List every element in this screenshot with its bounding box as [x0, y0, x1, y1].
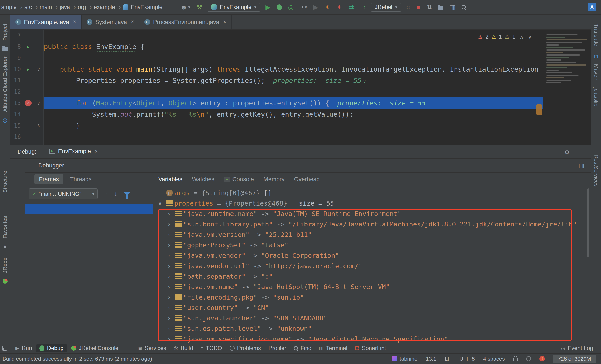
filter-frames-icon[interactable] — [124, 192, 130, 196]
variable-properties-row[interactable]: ∨ properties = {Properties@468} size = 5… — [153, 198, 591, 209]
stripe-jrebel[interactable]: JRebel — [2, 256, 8, 273]
run-line-icon[interactable]: ▶ — [23, 41, 33, 52]
breadcrumb-java[interactable]: java › — [60, 4, 77, 10]
user-menu-icon[interactable]: ☻ ▾ — [180, 4, 190, 10]
tool-run[interactable]: ▶ Run — [12, 344, 35, 352]
next-frame-icon[interactable]: ↓ — [114, 190, 117, 197]
tool-build[interactable]: ⚒ Build — [170, 344, 197, 352]
breadcrumb-example-pkg[interactable]: example › — [94, 4, 122, 10]
async-profiler-icon[interactable]: ☀ — [324, 4, 330, 10]
tool-jrebel-console[interactable]: JRebel Console — [68, 344, 122, 352]
xrebel-icon[interactable]: ⇄ — [349, 4, 354, 10]
tab-watches[interactable]: Watches — [192, 176, 215, 183]
code-line[interactable]: 10▶∨ public static void main(String[] ar… — [10, 64, 542, 75]
flame-graph-icon[interactable]: ☀ — [336, 4, 342, 10]
property-entry-row[interactable]: › "java.vm.specification.name" -> "Java … — [153, 334, 591, 343]
stripe-alibaba-cloud-explorer[interactable]: Alibaba Cloud Explorer — [2, 56, 8, 112]
jrebel-select[interactable]: JRebel ▾ — [371, 2, 401, 12]
tab-threads[interactable]: Threads — [66, 174, 96, 184]
tool-problems[interactable]: ! Problems — [226, 344, 264, 352]
minimap[interactable] — [543, 32, 591, 145]
search-icon[interactable] — [461, 5, 466, 9]
layout-windows-icon[interactable]: ▥ — [449, 4, 455, 10]
breadcrumb-example[interactable]: ample › — [1, 4, 24, 10]
next-issue-icon[interactable]: ∨ — [528, 34, 532, 40]
profiler-icon[interactable]: ◔ ▾ — [300, 4, 307, 10]
expand-icon[interactable]: › — [164, 294, 174, 301]
code-line[interactable]: 13✓∨ for (Map.Entry<Object, Object> entr… — [10, 98, 542, 109]
tool-terminal[interactable]: ▥ Terminal — [316, 344, 351, 352]
tab-frames[interactable]: Frames — [34, 174, 63, 184]
property-entry-row[interactable]: › "path.separator" -> ":" — [153, 271, 591, 282]
breakpoint-icon[interactable]: ✓ — [23, 98, 33, 109]
stripe-structure[interactable]: Structure — [2, 171, 8, 193]
expand-icon[interactable]: › — [164, 221, 174, 227]
stop-icon[interactable]: ■ — [417, 4, 421, 10]
code-line[interactable]: 11 Properties properties = System.getPro… — [10, 75, 542, 86]
unlock-icon[interactable] — [513, 358, 518, 361]
status-message[interactable]: Build completed successfully in 2 sec, 6… — [2, 356, 152, 362]
fatal-error-icon[interactable]: ! — [540, 356, 545, 362]
stripe-maven[interactable]: Maven — [593, 64, 599, 80]
settings-gear-icon[interactable]: ⚙ — [564, 148, 570, 155]
property-entry-row[interactable]: › "file.encoding.pkg" -> "sun.io" — [153, 292, 591, 303]
attach-icon[interactable]: ◌ — [407, 4, 410, 10]
stripe-favorites[interactable]: Favorites — [2, 216, 8, 238]
expand-icon[interactable]: › — [164, 263, 174, 269]
property-entry-row[interactable]: › "java.vm.name" -> "Java HotSpot(TM) 64… — [153, 282, 591, 292]
tool-sonarlint[interactable]: SonarLint — [351, 344, 389, 352]
maven-icon[interactable]: m — [594, 53, 598, 59]
stripe-restservices[interactable]: RestServices — [593, 155, 599, 187]
property-entry-row[interactable]: › "java.vm.version" -> "25.221-b11" — [153, 229, 591, 240]
code-line[interactable]: 7 — [10, 30, 542, 41]
code-line[interactable]: 14 System.out.printf("%s = %s\n", entry.… — [10, 109, 542, 120]
structure-icon[interactable]: ≡ — [3, 198, 7, 203]
run-disabled-icon[interactable]: ▶ — [313, 4, 318, 10]
tab-memory[interactable]: Memory — [263, 176, 284, 183]
expand-icon[interactable]: › — [164, 232, 174, 238]
breadcrumb-src[interactable]: src › — [24, 4, 39, 10]
expand-icon[interactable]: › — [164, 273, 174, 280]
tab-console[interactable]: ▸ Console — [224, 176, 254, 183]
code-line[interactable]: 15∧ } — [10, 120, 542, 131]
tool-window-switcher-icon[interactable] — [2, 346, 7, 351]
collapse-icon[interactable]: ∨ — [155, 200, 165, 207]
code-line[interactable]: 8▶public class EnvExample { — [10, 41, 542, 52]
breadcrumb-org[interactable]: org › — [78, 4, 93, 10]
prev-frame-icon[interactable]: ↑ — [104, 190, 108, 197]
tab-overhead[interactable]: Overhead — [294, 176, 320, 183]
close-icon[interactable]: × — [73, 19, 76, 25]
stripe-jclasslib[interactable]: jclasslib — [593, 87, 599, 106]
caret-position[interactable]: 13:1 — [426, 356, 436, 362]
stack-frame-row[interactable]: main:13, EnvExample (org.exam — [25, 204, 152, 214]
breadcrumb-main[interactable]: main › — [40, 4, 59, 10]
property-entry-row[interactable]: › "gopherProxySet" -> "false" — [153, 240, 591, 250]
expand-icon[interactable]: › — [164, 252, 174, 259]
tool-event-log[interactable]: ◷ Event Log — [558, 344, 596, 352]
expand-icon[interactable]: › — [164, 242, 174, 248]
build-hammer-icon[interactable]: ⚒ — [196, 4, 202, 10]
tool-find[interactable]: Find — [290, 344, 315, 352]
property-entry-row[interactable]: › "sun.boot.library.path" -> "/Library/J… — [153, 219, 591, 229]
tab-variables[interactable]: Variables — [158, 176, 182, 183]
debug-session-tab[interactable]: EnvExample × — [45, 145, 102, 158]
alibaba-cloud-icon[interactable]: ◎ — [3, 117, 8, 123]
run-config-select[interactable]: EnvExample ▾ — [208, 2, 260, 12]
file-encoding[interactable]: UTF-8 — [459, 356, 475, 362]
tab-envexample-java[interactable]: C EnvExample.java × — [10, 15, 82, 30]
expand-icon[interactable]: › — [164, 304, 174, 311]
expand-icon[interactable]: › — [164, 325, 174, 332]
property-entry-row[interactable]: › "user.country" -> "CN" — [153, 303, 591, 313]
stripe-translate[interactable]: Translate — [593, 24, 599, 46]
minimize-icon[interactable]: − — [579, 148, 583, 155]
prev-issue-icon[interactable]: ∧ — [520, 34, 524, 40]
code-line[interactable]: 16 — [10, 131, 542, 142]
code-line[interactable]: 9 — [10, 52, 542, 64]
expand-icon[interactable]: › — [164, 284, 174, 290]
property-entry-row[interactable]: › "java.vm.vendor" -> "Oracle Corporatio… — [153, 250, 591, 261]
hotswap-icon[interactable]: ⇒ — [360, 4, 366, 10]
run-icon[interactable]: ▶ — [265, 4, 270, 10]
indent-style[interactable]: 4 spaces — [483, 356, 505, 362]
expand-icon[interactable]: › — [164, 336, 174, 342]
thread-selector[interactable]: ✓ "main…UNNING" ▾ — [29, 189, 98, 199]
